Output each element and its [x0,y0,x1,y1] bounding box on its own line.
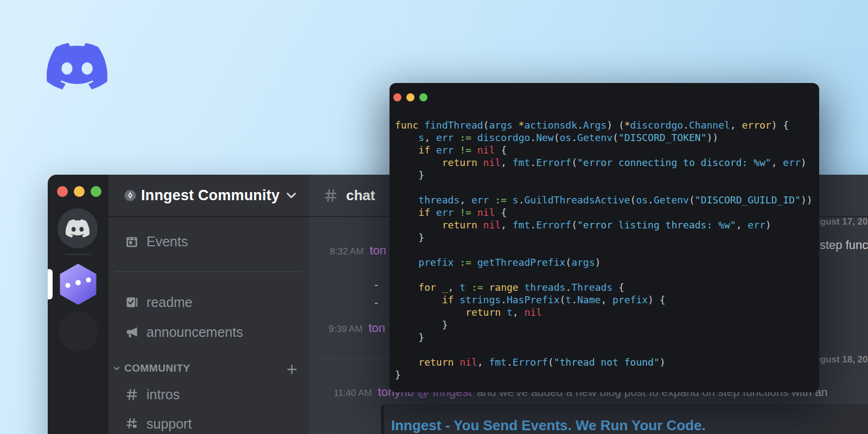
code-line: if err != nil { [395,206,813,219]
code-content: func findThread(args *actionsdk.Args) (*… [395,119,813,381]
code-line: s, err := discordgo.New(os.Getenv("DISCO… [395,131,813,144]
server-item-inngest[interactable] [60,264,97,305]
server-item-hidden [58,311,98,352]
verified-server-badge-icon [124,189,137,202]
message-row: 9:39 AMton [329,321,391,335]
megaphone-icon [125,325,139,339]
active-server-indicator [48,269,53,299]
channel-events[interactable]: Events [125,232,188,251]
code-line: return nil, fmt.Errorf("error connecting… [395,156,813,169]
code-line: return nil, fmt.Errorf("error listing th… [395,219,813,231]
hash-threads-icon [125,417,139,431]
channel-sidebar: Inngest Community Events readme [108,175,309,434]
inngest-icon [60,264,97,305]
timestamp: 8:32 AM [330,246,363,257]
sidebar-divider [115,271,302,272]
timestamp: 9:39 AM [329,324,362,334]
code-line: } [395,331,813,343]
channel-name: chat [346,187,375,204]
code-line [395,269,813,281]
link-embed: Inngest - You Send Events. We Run Your C… [381,404,868,434]
code-line [395,181,813,194]
code-line: return nil, fmt.Errorf("thread not found… [395,356,813,368]
chevron-down-icon [284,188,298,202]
timestamp: 11:40 AM [334,388,372,398]
minimize-button[interactable] [74,186,85,197]
server-rail [48,175,108,434]
hash-icon [323,188,338,203]
embed-title-link[interactable]: Inngest - You Send Events. We Run Your C… [391,417,868,434]
page-background: { "colors": { "discord_blurple": "#5865F… [0,0,868,434]
code-line: } [395,231,813,244]
zoom-button[interactable] [91,186,101,197]
discord-icon [47,36,107,97]
discord-logo [47,36,107,97]
message-bullet: - [374,278,378,292]
readme-check-icon [125,295,139,309]
zoom-button[interactable] [419,93,427,101]
code-line: func findThread(args *actionsdk.Args) (*… [395,119,813,131]
code-line: return t, nil [395,306,813,318]
channel-intros[interactable]: intros [125,385,180,404]
message-row: 8:32 AMton [330,244,392,258]
channel-label: support [146,416,192,432]
message-bullet: - [374,296,378,310]
server-name: Inngest Community [141,187,280,204]
calendar-icon [125,234,139,248]
code-window: func findThread(args *actionsdk.Args) (*… [390,83,819,392]
hash-icon [125,387,139,401]
server-header[interactable]: Inngest Community [108,175,309,217]
close-button[interactable] [57,186,68,197]
window-controls [393,93,427,101]
channel-support[interactable]: support [125,414,192,433]
code-line: } [395,169,813,181]
code-line [395,244,813,256]
rail-divider [65,254,91,255]
message-text-fragment: step func [820,238,868,252]
code-line: threads, err := s.GuildThreadsActive(os.… [395,194,813,206]
channel-announcements[interactable]: announcements [125,322,243,342]
server-item-discord-home[interactable] [58,208,98,248]
username[interactable]: ton [368,321,385,335]
code-line: for _, t := range threads.Threads { [395,281,813,293]
code-line: } [395,318,813,331]
close-button[interactable] [393,93,401,101]
code-line: if strings.HasPrefix(t.Name, prefix) { [395,293,813,306]
plus-icon [285,363,298,376]
channel-label: readme [146,295,193,310]
channel-label: Events [146,234,188,250]
category-label: COMMUNITY [124,362,190,374]
chevron-down-small-icon [113,365,120,372]
code-line: } [395,368,813,381]
discord-home-icon [66,216,90,240]
window-controls [57,186,101,197]
create-channel-button[interactable] [285,363,298,376]
channel-readme[interactable]: readme [125,292,193,312]
username[interactable]: ton [369,244,386,257]
code-line: prefix := getThreadPrefix(args) [395,256,813,269]
minimize-button[interactable] [406,93,414,101]
code-line: if err != nil { [395,144,813,156]
code-line [395,343,813,356]
channel-label: intros [146,387,180,403]
category-community[interactable]: COMMUNITY [113,362,190,374]
channel-label: announcements [146,324,243,340]
